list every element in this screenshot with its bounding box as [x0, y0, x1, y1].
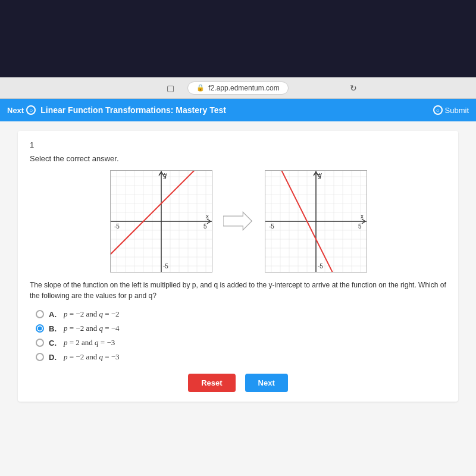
- arrow-container: [223, 211, 253, 231]
- reset-button[interactable]: Reset: [188, 374, 235, 392]
- left-graph-canvas: [110, 170, 212, 273]
- lock-icon: 🔒: [196, 84, 205, 92]
- nav-next-label: Next: [7, 106, 24, 115]
- refresh-icon[interactable]: ↻: [350, 83, 357, 93]
- option-d-label: D.: [49, 353, 57, 362]
- option-c-label: C.: [49, 339, 57, 347]
- option-a-label: A.: [49, 310, 57, 319]
- left-graph: [110, 170, 211, 271]
- nav-title: Linear Function Transformations: Mastery…: [40, 105, 226, 115]
- status-bar: [0, 0, 476, 77]
- question-text: The slope of the function on the left is…: [30, 280, 446, 301]
- submit-circle-icon: ○: [433, 105, 443, 115]
- url-bar[interactable]: 🔒 f2.app.edmentum.com: [187, 82, 288, 95]
- graphs-container: [30, 170, 446, 271]
- option-c-text: p = 2 and q = −3: [64, 338, 115, 347]
- option-b-label: B.: [49, 324, 57, 333]
- question-number: 1: [30, 140, 446, 149]
- option-b-text: p = −2 and q = −4: [64, 324, 120, 333]
- option-b-row[interactable]: B. p = −2 and q = −4: [36, 324, 446, 333]
- nav-next-button[interactable]: Next ○: [7, 105, 36, 115]
- option-c-row[interactable]: C. p = 2 and q = −3: [36, 338, 446, 347]
- right-graph-canvas: [265, 170, 367, 273]
- action-buttons: Reset Next: [30, 374, 446, 392]
- nav-bar: Next ○ Linear Function Transformations: …: [0, 99, 476, 121]
- option-b-radio[interactable]: [36, 324, 44, 333]
- nav-left: Next ○ Linear Function Transformations: …: [7, 105, 226, 115]
- browser-bar: ▢ 🔒 f2.app.edmentum.com ↻: [0, 77, 476, 99]
- question-card: 1 Select the correct answer. The slope o…: [18, 131, 458, 402]
- options-container: A. p = −2 and q = −2 B. p = −2 and q = −…: [30, 309, 446, 362]
- option-a-radio[interactable]: [36, 310, 44, 318]
- option-a-text: p = −2 and q = −2: [64, 309, 120, 319]
- right-graph: [265, 170, 366, 271]
- url-text: f2.app.edmentum.com: [208, 84, 279, 92]
- option-d-row[interactable]: D. p = −2 and q = −3: [36, 352, 446, 362]
- submit-button[interactable]: ○ Submit: [433, 105, 469, 115]
- nav-next-circle-icon: ○: [26, 105, 36, 115]
- content-area: 1 Select the correct answer. The slope o…: [0, 121, 476, 476]
- next-button[interactable]: Next: [245, 374, 288, 392]
- svg-marker-0: [223, 212, 252, 230]
- option-d-radio[interactable]: [36, 353, 44, 361]
- option-c-radio[interactable]: [36, 339, 44, 347]
- arrow-icon: [223, 211, 253, 231]
- submit-label: Submit: [445, 106, 469, 115]
- question-instruction: Select the correct answer.: [30, 154, 446, 163]
- stop-icon: ▢: [167, 83, 174, 93]
- option-d-text: p = −2 and q = −3: [64, 352, 120, 362]
- option-a-row[interactable]: A. p = −2 and q = −2: [36, 309, 446, 319]
